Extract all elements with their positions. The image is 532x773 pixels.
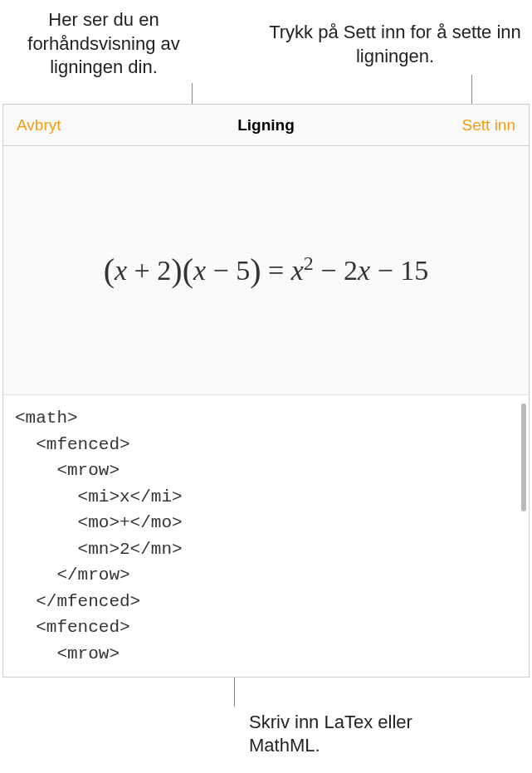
insert-button[interactable]: Sett inn xyxy=(449,116,515,135)
op-minus: − xyxy=(206,255,236,286)
equation-preview: (x + 2)(x − 5) = x2 − 2x − 15 xyxy=(3,146,529,394)
lparen: ( xyxy=(183,252,193,289)
callout-preview: Her ser du en forhåndsvisning av ligning… xyxy=(8,8,199,80)
cancel-button[interactable]: Avbryt xyxy=(17,116,83,135)
var-x: x xyxy=(193,255,206,286)
code-text[interactable]: <math> <mfenced> <mrow> <mi>x</mi> <mo>+… xyxy=(3,395,529,677)
num-2: 2 xyxy=(157,255,171,286)
rendered-equation: (x + 2)(x − 5) = x2 − 2x − 15 xyxy=(104,251,429,290)
callout-code: Skriv inn LaTex eller MathML. xyxy=(249,711,481,758)
exp-2: 2 xyxy=(304,252,314,274)
op-minus: − xyxy=(370,255,400,286)
code-input-area[interactable]: <math> <mfenced> <mrow> <mi>x</mi> <mo>+… xyxy=(3,394,529,677)
rparen: ) xyxy=(171,252,182,289)
num-5: 5 xyxy=(236,255,250,286)
equation-dialog: Avbryt Ligning Sett inn (x + 2)(x − 5) =… xyxy=(2,104,530,678)
coef-2: 2 xyxy=(344,255,358,286)
rparen: ) xyxy=(250,252,261,289)
num-15: 15 xyxy=(400,255,428,286)
callout-insert: Trykk på Sett inn for å sette inn lignin… xyxy=(266,21,524,68)
lparen: ( xyxy=(104,252,115,289)
var-x: x xyxy=(115,255,127,286)
scrollbar[interactable] xyxy=(521,404,526,511)
op-plus: + xyxy=(127,255,157,286)
op-eq: = xyxy=(261,255,291,286)
op-minus: − xyxy=(314,255,344,286)
toolbar: Avbryt Ligning Sett inn xyxy=(3,105,529,146)
dialog-title: Ligning xyxy=(83,116,449,135)
var-x: x xyxy=(291,255,304,286)
var-x: x xyxy=(358,255,370,286)
